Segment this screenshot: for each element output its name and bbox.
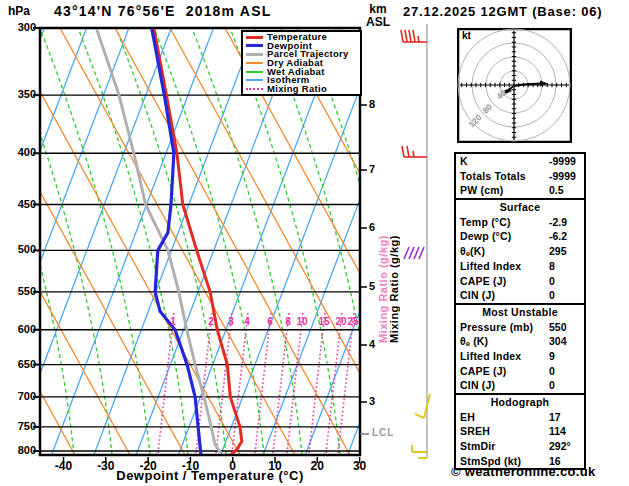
table-row-value: 292° bbox=[549, 439, 571, 454]
skewt-screenshot: hPa 43°14'N 76°56'E 2018m ASL km ASL 27.… bbox=[0, 0, 629, 486]
table-row-label: StmDir bbox=[460, 439, 496, 454]
pressure-tick-label: 800 bbox=[4, 444, 36, 456]
table-section-header: Most Unstable bbox=[456, 305, 584, 320]
temp-tick-label: -20 bbox=[128, 459, 168, 473]
table-row: CIN (J)0 bbox=[456, 378, 584, 393]
table-row: Pressure (mb)550 bbox=[456, 320, 584, 335]
table-section: Most UnstablePressure (mb)550θₑ (K)304Li… bbox=[456, 303, 584, 393]
mixing-ratio-value-label: 3 bbox=[228, 316, 234, 327]
table-row-label: CAPE (J) bbox=[460, 364, 507, 379]
km-tick-label: 5 bbox=[369, 280, 375, 292]
temp-tick-label: -30 bbox=[86, 459, 126, 473]
table-row: Totals Totals-9999 bbox=[456, 169, 584, 184]
pressure-tick-label: 300 bbox=[4, 21, 36, 33]
lcl-label: LCL bbox=[372, 427, 394, 438]
legend-line-sample bbox=[246, 62, 263, 64]
table-row-value: -9999 bbox=[549, 169, 576, 184]
table-row-label: CIN (J) bbox=[460, 378, 495, 393]
mixing-ratio-value-label: 4 bbox=[244, 316, 250, 327]
hodograph-unit-label: kt bbox=[462, 30, 471, 41]
km-tick-label: 4 bbox=[369, 338, 375, 350]
table-row: StmSpd (kt)16 bbox=[456, 454, 584, 469]
mixing-ratio-value-label: 2 bbox=[208, 316, 214, 327]
pressure-tick-label: 350 bbox=[4, 88, 36, 100]
pressure-tick-label: 500 bbox=[4, 243, 36, 255]
table-row: Lifted Index9 bbox=[456, 349, 584, 364]
mixing-ratio-value-label: 1 bbox=[170, 316, 176, 327]
table-row-label: Pressure (mb) bbox=[460, 320, 533, 335]
table-row: Dewp (°C)-6.2 bbox=[456, 229, 584, 244]
hodograph: kt 4080120 bbox=[457, 28, 572, 143]
table-row-label: K bbox=[460, 154, 468, 169]
table-row: CAPE (J)0 bbox=[456, 364, 584, 379]
legend-line-sample bbox=[246, 71, 263, 73]
table-row-value: -2.9 bbox=[549, 215, 567, 230]
table-row: Lifted Index8 bbox=[456, 259, 584, 274]
temp-tick-label: 20 bbox=[297, 459, 337, 473]
station-title: 43°14'N 76°56'E 2018m ASL bbox=[54, 3, 271, 19]
table-row-label: SREH bbox=[460, 424, 490, 439]
legend: TemperatureDewpointParcel TrajectoryDry … bbox=[241, 30, 362, 96]
table-row-label: θₑ(K) bbox=[460, 244, 485, 259]
legend-item-label: Mixing Ratio bbox=[267, 85, 327, 93]
table-row: K-9999 bbox=[456, 154, 584, 169]
table-row-label: Temp (°C) bbox=[460, 215, 511, 230]
mixing-ratio-value-label: 8 bbox=[285, 316, 291, 327]
km-tick-label: 3 bbox=[369, 395, 375, 407]
datetime-title: 27.12.2025 12GMT (Base: 06) bbox=[403, 4, 602, 19]
table-row: SREH114 bbox=[456, 424, 584, 439]
mixing-ratio-value-label: 15 bbox=[318, 316, 329, 327]
table-section: SurfaceTemp (°C)-2.9Dewp (°C)-6.2θₑ(K)29… bbox=[456, 198, 584, 303]
table-row-value: 550 bbox=[549, 320, 567, 335]
table-row: PW (cm)0.5 bbox=[456, 183, 584, 198]
pressure-tick-label: 400 bbox=[4, 146, 36, 158]
table-row: θₑ(K)295 bbox=[456, 244, 584, 259]
table-section: HodographEH17SREH114StmDir292°StmSpd (kt… bbox=[456, 393, 584, 468]
table-row-label: EH bbox=[460, 410, 475, 425]
table-row: StmDir292° bbox=[456, 439, 584, 454]
temp-tick-label: -10 bbox=[170, 459, 210, 473]
table-row-label: StmSpd (kt) bbox=[460, 454, 521, 469]
table-row-label: Lifted Index bbox=[460, 259, 521, 274]
table-row-value: 295 bbox=[549, 244, 567, 259]
pressure-tick-label: 600 bbox=[4, 323, 36, 335]
sounding-indices-table: K-9999Totals Totals-9999PW (cm)0.5Surfac… bbox=[454, 152, 586, 470]
km-tick-label: 6 bbox=[369, 221, 375, 233]
table-row-label: PW (cm) bbox=[460, 183, 503, 198]
table-row-value: 114 bbox=[549, 424, 566, 439]
table-row-value: 17 bbox=[549, 410, 561, 425]
table-row: θₑ (K)304 bbox=[456, 334, 584, 349]
pressure-tick-label: 550 bbox=[4, 285, 36, 297]
table-row-label: Dewp (°C) bbox=[460, 229, 512, 244]
table-row-value: 0 bbox=[549, 288, 555, 303]
table-row-value: 0.5 bbox=[549, 183, 564, 198]
mixing-ratio-value-label: 10 bbox=[296, 316, 307, 327]
mixing-ratio-value-label: 20 bbox=[335, 316, 346, 327]
pressure-unit-label: hPa bbox=[8, 4, 30, 18]
table-section: K-9999Totals Totals-9999PW (cm)0.5 bbox=[456, 154, 584, 198]
mixing-ratio-value-label: 25 bbox=[347, 316, 358, 327]
table-row-value: 0 bbox=[549, 274, 555, 289]
wind-barb-column bbox=[401, 24, 430, 458]
temp-tick-label: 30 bbox=[340, 459, 380, 473]
table-row: CIN (J)0 bbox=[456, 288, 584, 303]
table-row-value: 0 bbox=[549, 364, 555, 379]
table-row-value: 16 bbox=[549, 454, 561, 469]
curve-parcel-trajectory bbox=[96, 28, 220, 452]
pressure-tick-label: 700 bbox=[4, 390, 36, 402]
temp-tick-label: -40 bbox=[44, 459, 84, 473]
table-section-header: Surface bbox=[456, 200, 584, 215]
mixing-ratio-value-label: 6 bbox=[267, 316, 273, 327]
km-tick-label: 7 bbox=[369, 163, 375, 175]
curve-temperature bbox=[154, 28, 242, 455]
pressure-tick-label: 450 bbox=[4, 198, 36, 210]
table-row-value: 0 bbox=[549, 378, 555, 393]
table-row-value: -9999 bbox=[549, 154, 576, 169]
legend-line-sample bbox=[246, 79, 263, 81]
table-row-label: CIN (J) bbox=[460, 288, 495, 303]
hodograph-canvas: 4080120 bbox=[457, 28, 572, 143]
temp-tick-label: 10 bbox=[255, 459, 295, 473]
km-unit-label: km bbox=[362, 2, 394, 16]
temp-tick-label: 0 bbox=[213, 459, 253, 473]
legend-line-sample bbox=[246, 44, 263, 47]
